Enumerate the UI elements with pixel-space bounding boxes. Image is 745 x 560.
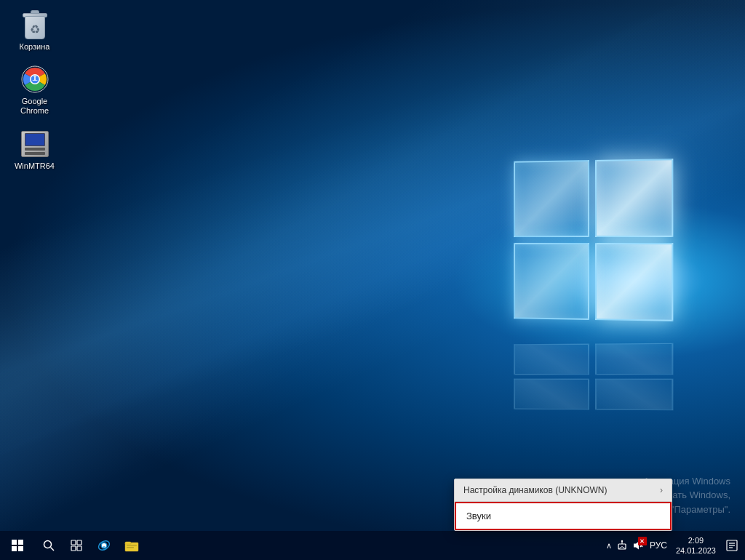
win-pane-br (595, 243, 673, 321)
tray-date: 24.01.2023 (676, 545, 716, 556)
windows-logo-reflection (514, 343, 673, 410)
svg-point-4 (44, 541, 52, 548)
chrome-label: Google Chrome (10, 97, 59, 116)
win-pane-bl (514, 243, 589, 320)
explorer-button[interactable] (118, 531, 146, 560)
start-pane-tr (18, 540, 23, 545)
start-icon (12, 540, 23, 551)
volume-muted-indicator: ✕ (638, 537, 647, 545)
ie-button[interactable]: e (90, 531, 118, 560)
svg-rect-16 (127, 547, 134, 548)
winmtr-bar (25, 148, 45, 151)
network-icon (616, 540, 628, 551)
notification-icon (726, 540, 738, 551)
svg-rect-3 (34, 77, 36, 80)
svg-text:e: e (103, 544, 105, 550)
notification-center-button[interactable] (722, 531, 742, 560)
tray-clock[interactable]: 2:09 24.01.2023 (672, 535, 720, 556)
svg-rect-9 (77, 546, 81, 551)
recycle-bin-icon[interactable]: ♻ Корзина (7, 7, 62, 55)
chrome-image (20, 65, 49, 94)
winmtr-screen (25, 133, 45, 146)
win-ref-br (595, 343, 673, 375)
explorer-icon (124, 539, 139, 552)
win-pane-tr (595, 159, 673, 237)
system-tray: ∧ ✕ РУС (602, 531, 745, 560)
popup-header-arrow: › (660, 485, 663, 495)
svg-rect-6 (71, 540, 76, 545)
winmtr-bar2 (25, 152, 45, 155)
svg-rect-7 (77, 540, 81, 545)
recycle-symbol: ♻ (30, 24, 40, 36)
popup-sounds-item[interactable]: Звуки (455, 502, 672, 530)
start-pane-bl (12, 546, 17, 551)
taskbar: e ∧ (0, 531, 745, 560)
windows-logo (514, 159, 673, 321)
svg-line-5 (51, 548, 55, 551)
winmtr-image (20, 129, 49, 159)
svg-rect-15 (127, 545, 137, 546)
recycle-bin-graphic: ♻ (22, 10, 48, 39)
tray-language[interactable]: РУС (647, 540, 670, 551)
google-chrome-icon[interactable]: Google Chrome (7, 62, 62, 119)
winmtr64-icon[interactable]: WinMTR64 (7, 127, 62, 174)
win-pane-tl (514, 160, 589, 237)
start-button[interactable] (0, 531, 35, 560)
svg-point-19 (621, 540, 623, 542)
popup-header: Настройка динамиков (UNKNOWN) › (455, 479, 672, 502)
ie-icon: e (97, 538, 111, 553)
search-button[interactable] (35, 531, 63, 560)
start-pane-tl (12, 540, 17, 545)
desktop: ♻ Корзина (0, 0, 745, 560)
winmtr-label: WinMTR64 (15, 161, 55, 171)
popup-sounds-label: Звуки (466, 511, 491, 521)
recycle-bin-image: ♻ (20, 10, 49, 39)
chrome-svg (20, 65, 49, 94)
desktop-icons: ♻ Корзина (7, 7, 62, 174)
recycle-bin-label: Корзина (20, 42, 50, 52)
task-view-button[interactable] (63, 531, 90, 560)
tray-time: 2:09 (676, 535, 716, 545)
winmtr-graphic (21, 131, 49, 157)
win-ref-tl (514, 379, 589, 410)
volume-tray-icon[interactable]: ✕ (631, 531, 645, 560)
start-pane-br (18, 546, 23, 551)
bin-body: ♻ (25, 16, 45, 39)
popup-header-text: Настройка динамиков (UNKNOWN) (463, 485, 607, 495)
win-ref-bl (514, 344, 589, 375)
svg-rect-8 (71, 546, 76, 551)
tray-show-hidden[interactable]: ∧ (605, 541, 613, 551)
sound-context-popup: Настройка динамиков (UNKNOWN) › Звуки (454, 479, 672, 531)
win-ref-tr (595, 379, 673, 411)
task-view-icon (71, 540, 82, 551)
network-tray-icon[interactable] (615, 531, 629, 560)
search-icon (43, 540, 55, 551)
